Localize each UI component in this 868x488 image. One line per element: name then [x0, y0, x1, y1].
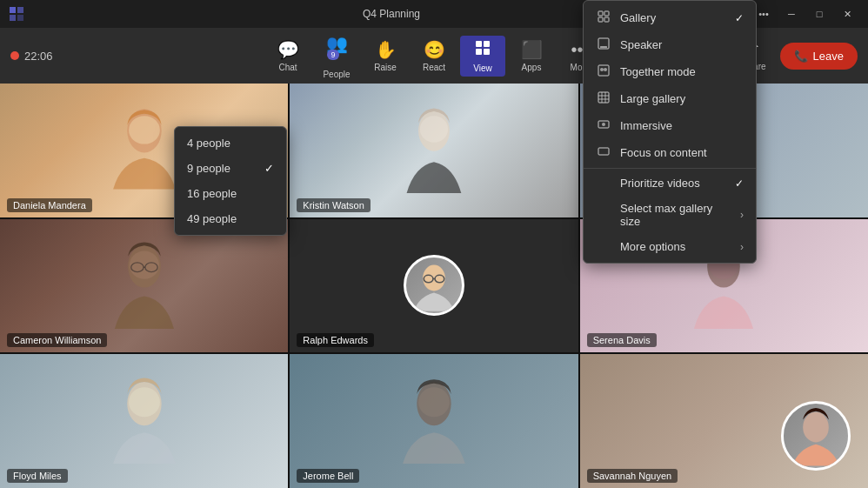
menu-item-prioritize[interactable]: Prioritize videos ✓ [584, 170, 756, 196]
nine-people-check: ✓ [264, 162, 274, 175]
prioritize-check: ✓ [735, 177, 744, 190]
gallery-icon [596, 10, 611, 25]
gallery-size-label: Select max gallery size [620, 202, 731, 228]
menu-item-gallery-size[interactable]: Select max gallery size › [584, 196, 756, 234]
gallery-label: Gallery [620, 11, 726, 24]
svg-rect-34 [600, 46, 607, 48]
view-dropdown-menu: Gallery ✓ Speaker Together mode [583, 0, 757, 264]
svg-rect-45 [598, 148, 609, 155]
large-gallery-icon [596, 91, 611, 106]
focus-label: Focus on content [620, 146, 744, 159]
together-icon [596, 64, 611, 79]
svg-point-36 [600, 68, 604, 71]
speaker-icon [596, 37, 611, 52]
more-options-label: More options [620, 240, 731, 253]
four-people-label: 4 people [187, 137, 230, 150]
menu-item-more-options[interactable]: More options › [584, 234, 756, 259]
svg-point-37 [604, 68, 607, 71]
focus-icon [596, 145, 611, 160]
svg-point-44 [602, 123, 605, 126]
immersive-label: Immersive [620, 119, 744, 132]
gallery-size-arrow: › [740, 209, 744, 221]
fortynine-people-label: 49 people [187, 212, 237, 225]
menu-item-speaker[interactable]: Speaker [584, 31, 756, 58]
submenu-4-people[interactable]: 4 people [175, 130, 286, 156]
more-options-arrow: › [740, 241, 744, 253]
together-label: Together mode [620, 65, 744, 78]
menu-item-together[interactable]: Together mode [584, 58, 756, 85]
gallery-check: ✓ [735, 12, 744, 24]
menu-divider [584, 168, 756, 169]
submenu-9-people[interactable]: 9 people ✓ [175, 156, 286, 181]
immersive-icon [596, 118, 611, 133]
speaker-label: Speaker [620, 38, 744, 51]
menu-item-immersive[interactable]: Immersive [584, 112, 756, 139]
nine-people-label: 9 people [187, 162, 230, 175]
dropdown-overlay[interactable]: Gallery ✓ Speaker Together mode [0, 0, 868, 488]
menu-item-focus[interactable]: Focus on content [584, 139, 756, 166]
svg-rect-35 [598, 65, 609, 76]
submenu-16-people[interactable]: 16 people [175, 181, 286, 206]
prioritize-label: Prioritize videos [620, 177, 726, 190]
svg-rect-30 [604, 11, 609, 16]
menu-item-large-gallery[interactable]: Large gallery [584, 85, 756, 112]
svg-rect-31 [598, 17, 603, 22]
submenu-49-people[interactable]: 49 people [175, 206, 286, 231]
svg-rect-32 [604, 17, 609, 22]
large-gallery-label: Large gallery [620, 92, 744, 105]
menu-item-gallery[interactable]: Gallery ✓ [584, 4, 756, 31]
svg-rect-38 [598, 92, 609, 103]
sixteen-people-label: 16 people [187, 187, 237, 200]
svg-rect-29 [598, 11, 603, 16]
gallery-size-submenu: 4 people 9 people ✓ 16 people 49 people [174, 126, 287, 236]
